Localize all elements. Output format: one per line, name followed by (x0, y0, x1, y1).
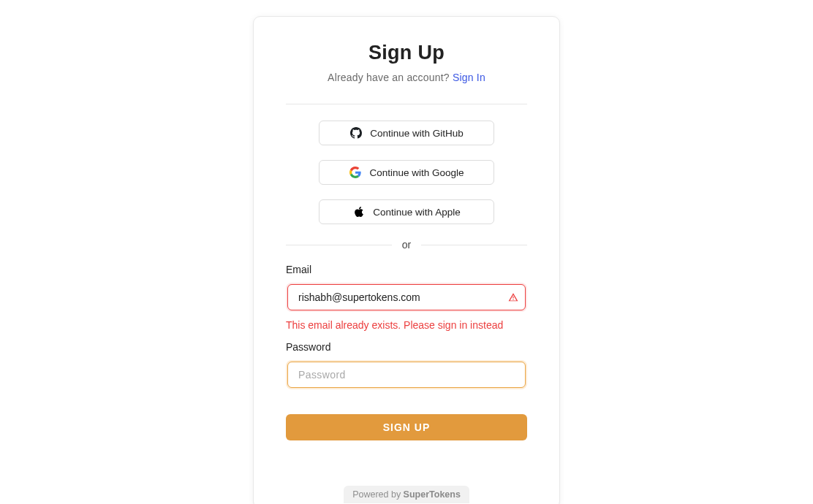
continue-apple-button[interactable]: Continue with Apple (319, 199, 494, 224)
footer-brand: SuperTokens (404, 489, 461, 500)
google-button-label: Continue with Google (369, 167, 464, 178)
footer-prefix: Powered by (352, 489, 403, 500)
signin-link[interactable]: Sign In (453, 72, 485, 83)
email-label: Email (286, 264, 527, 275)
password-input-wrapper (286, 360, 527, 389)
email-input-wrapper (286, 283, 527, 312)
or-text: or (402, 239, 411, 251)
github-icon (349, 126, 363, 140)
email-input[interactable] (287, 284, 526, 310)
error-icon (508, 292, 518, 302)
subtitle: Already have an account? Sign In (286, 72, 527, 83)
apple-icon (352, 205, 366, 218)
divider-line (286, 104, 527, 104)
password-input[interactable] (287, 362, 526, 388)
email-error-text: This email already exists. Please sign i… (286, 319, 527, 331)
divider-left (286, 245, 392, 245)
divider-right (421, 245, 527, 245)
password-label: Password (286, 341, 527, 353)
powered-by-chip: Powered by SuperTokens (344, 486, 469, 503)
signup-button[interactable]: SIGN UP (286, 414, 527, 440)
google-icon (349, 166, 362, 179)
or-divider: or (286, 239, 527, 251)
github-button-label: Continue with GitHub (370, 128, 464, 139)
page-title: Sign Up (286, 42, 527, 64)
continue-google-button[interactable]: Continue with Google (319, 160, 494, 185)
continue-github-button[interactable]: Continue with GitHub (319, 121, 494, 145)
subtitle-prefix: Already have an account? (328, 72, 453, 83)
footer: Powered by SuperTokens (286, 481, 527, 504)
apple-button-label: Continue with Apple (373, 207, 460, 218)
signup-card: Sign Up Already have an account? Sign In… (253, 16, 560, 504)
